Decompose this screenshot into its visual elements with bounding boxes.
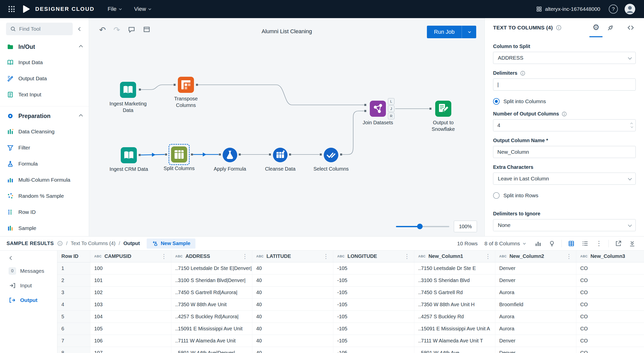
alteryx-logo-icon[interactable] [21,4,31,14]
column-to-split-select[interactable]: ADDRESS [493,52,636,64]
delimiters-input[interactable] [493,79,636,91]
column-header-latitude[interactable]: ABCLATITUDE⋮ [252,251,333,262]
nav-output[interactable]: Output [0,293,57,307]
tool-data-cleansing[interactable]: Data Cleansing [0,124,89,140]
sample-results-panel: SAMPLE RESULTS / Text To Columns (4) / O… [0,236,644,353]
cell: -105 [333,274,414,286]
column-menu-icon[interactable]: ⋮ [321,253,329,260]
menu-file[interactable]: File [108,6,121,12]
delimiters-to-ignore-select[interactable]: None [493,219,636,231]
tool-filter[interactable]: Filter [0,140,89,156]
column-menu-icon[interactable]: ⋮ [564,253,572,260]
toolbox-section-preparation[interactable]: Preparation [0,108,89,124]
menu-view[interactable]: View [134,6,150,12]
workspace-switcher[interactable]: alteryx-inc-1676448000 [536,6,600,12]
column-header-new-column1[interactable]: ABCNew_Column1⋮ [414,251,495,262]
data-cleansing-icon [7,128,14,135]
column-menu-icon[interactable]: ⋮ [483,253,491,260]
node-split-columns-selected[interactable]: Split Columns [158,146,200,172]
avatar[interactable] [624,4,635,15]
new-sample-button[interactable]: New Sample [147,239,195,249]
node-output-to-snowflake[interactable]: Output to Snowflake [422,101,465,133]
tool-formula[interactable]: Formula [0,156,89,172]
grid-view-icon[interactable] [566,239,577,249]
run-job-button[interactable]: Run Job [427,26,462,38]
find-tool-search[interactable] [6,23,73,35]
flow-title[interactable]: Alumni List Cleaning [262,28,312,35]
split-into-columns-radio[interactable]: Split into Columns [493,98,636,105]
number-stepper[interactable] [631,123,632,128]
info-icon[interactable] [57,241,63,246]
collapse-results-nav-button[interactable] [0,252,57,264]
tool-row-id[interactable]: Row ID [0,204,89,220]
cell: CO [576,335,644,347]
column-menu-icon[interactable]: ⋮ [402,253,410,260]
join-port-right[interactable]: R [388,113,394,119]
column-menu-icon[interactable]: ⋮ [159,253,167,260]
plug-icon[interactable] [606,23,616,33]
join-port-left[interactable]: L [388,98,394,105]
tool-sample[interactable]: Sample [0,220,89,236]
run-job-menu-button[interactable] [462,26,476,38]
text-type-icon: ABC [175,254,183,258]
list-view-icon[interactable] [580,239,590,249]
expand-panel-icon[interactable] [626,23,636,33]
info-icon[interactable] [561,111,567,117]
tool-text-input[interactable]: Text Input [0,87,89,103]
node-ingest-marketing-data[interactable]: Ingest Marketing Data [107,82,149,114]
collapse-panel-icon[interactable] [627,239,637,249]
node-select-columns[interactable]: Select Columns [310,147,352,172]
extra-characters-select[interactable]: Leave in Last Column [493,173,636,185]
cell: 103 [90,298,171,310]
collapse-tool-sidebar-button[interactable] [74,23,86,35]
open-in-new-icon[interactable] [613,239,624,249]
split-into-rows-radio[interactable]: Split into Rows [493,192,636,199]
number-of-output-columns-input[interactable] [494,122,605,128]
more-options-icon[interactable]: ⋮ [594,239,604,249]
column-header-longitude[interactable]: ABCLONGITUDE⋮ [333,251,414,262]
extra-characters-label: Extra Characters [493,164,636,170]
column-header-row-id[interactable]: Row ID [57,251,90,262]
redo-icon[interactable]: ↷ [113,26,120,34]
join-port-join[interactable]: J [388,105,394,112]
zoom-slider-knob[interactable] [417,224,423,229]
column-chart-icon[interactable] [533,239,543,249]
inout-folder-icon [7,43,14,51]
column-count-dropdown[interactable]: 8 of 8 Columns [485,241,525,247]
info-icon[interactable] [556,25,562,31]
suggestions-bulb-icon[interactable] [547,239,557,249]
cell: 40 [252,286,333,298]
cell: ..7450 S Gartrell Rd|Aurora| [171,286,252,298]
help-icon[interactable]: ? [609,5,618,14]
column-header-campusid[interactable]: ABCCAMPUSID⋮ [90,251,171,262]
settings-tab[interactable]: ⚙ [589,18,602,37]
column-header-new-column3[interactable]: ABCNew_Column3⋮ [576,251,644,262]
output-column-name-input[interactable] [493,146,636,158]
table-row: 3102..7450 S Gartrell Rd|Aurora|40-105..… [57,286,644,298]
frame-icon[interactable] [143,26,150,34]
node-cleanse-data[interactable]: Cleanse Data [259,147,302,172]
node-apply-formula[interactable]: Apply Formula [209,147,251,172]
node-transpose-columns[interactable]: Transpose Columns [165,77,207,109]
tool-random-sample[interactable]: Random % Sample [0,188,89,204]
breadcrumb-step[interactable]: Text To Columns (4) [71,241,115,246]
cell: 101 [90,274,171,286]
column-menu-icon[interactable]: ⋮ [240,253,248,260]
comment-icon[interactable] [128,26,135,34]
tool-output-data[interactable]: Output Data [0,70,89,87]
search-input[interactable] [19,26,69,32]
column-header-new-column2[interactable]: ABCNew_Column2⋮ [495,251,576,262]
tool-input-data[interactable]: Input Data [0,54,89,70]
undo-icon[interactable]: ↶ [99,26,106,34]
breadcrumb-current[interactable]: Output [123,241,140,246]
info-icon[interactable] [520,70,526,76]
flow-canvas[interactable]: ↶ ↷ Alumni List Cleaning Run Job [89,18,485,236]
column-header-address[interactable]: ABCADDRESS⋮ [171,251,252,262]
nav-input[interactable]: Input [0,278,57,293]
tool-multi-column-formula[interactable]: Multi-Column Formula [0,172,89,188]
nav-messages[interactable]: 0 Messages [0,264,57,278]
node-ingest-crm-data[interactable]: Ingest CRM Data [107,147,150,172]
toolbox-section-in-out[interactable]: In/Out [0,39,89,54]
zoom-slider[interactable] [396,223,449,229]
apps-grid-icon[interactable] [9,6,15,12]
